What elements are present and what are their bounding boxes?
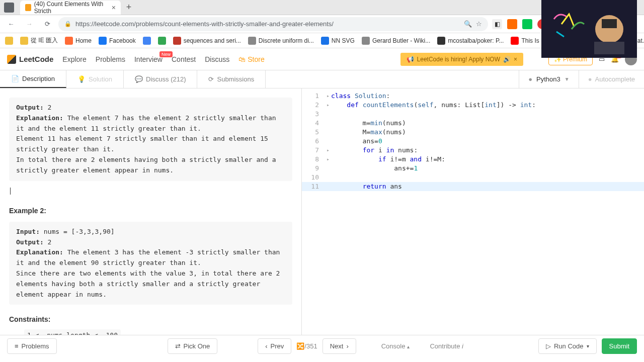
problem-counter: 🔀/351 — [296, 342, 317, 350]
bookmark-item[interactable]: 從 IE 匯入 — [20, 36, 58, 45]
nav-discuss[interactable]: Discuss — [205, 55, 229, 63]
tab-discuss[interactable]: 💬Discuss (212) — [124, 70, 197, 88]
bookmark-item[interactable]: mcostalba/poker: P... — [437, 37, 504, 45]
new-tab-button[interactable]: + — [123, 2, 135, 14]
webcam-overlay — [541, 0, 637, 58]
tab-title: (40) Count Elements With Stricth — [34, 1, 109, 15]
submissions-icon: ⟳ — [208, 75, 214, 83]
pick-one-button[interactable]: ⇄Pick One — [168, 338, 218, 354]
ext-icon-2[interactable] — [507, 19, 517, 29]
bottom-bar: ≡Problems ⇄Pick One ‹Prev 🔀/351 Next› Co… — [0, 335, 644, 357]
nav-explore[interactable]: Explore — [62, 55, 86, 63]
webcam-content — [544, 4, 634, 54]
code-editor-pane[interactable]: 1▸class Solution: 2▸ def countElements(s… — [302, 88, 644, 335]
chevron-left-icon: ‹ — [265, 342, 267, 350]
example1-block: Output: 2 Explanation: The element 7 has… — [9, 98, 292, 181]
main-split: Output: 2 Explanation: The element 7 has… — [0, 88, 644, 335]
leetcode-logo-icon — [7, 55, 16, 64]
back-button[interactable]: ← — [4, 17, 18, 31]
constraints-heading: Constraints: — [9, 314, 292, 325]
megaphone-icon: 📢 — [407, 56, 414, 63]
tab-strip: (40) Count Elements With Stricth × + — [0, 0, 598, 15]
chevron-down-icon: ▾ — [587, 343, 589, 349]
play-icon: ▷ — [546, 342, 551, 350]
constraint-item: 1 <= nums.length <= 100 — [24, 329, 121, 335]
bookmark-item[interactable]: Home — [65, 37, 92, 45]
tab-solution[interactable]: 💡Solution — [66, 70, 124, 88]
text-cursor — [10, 188, 11, 195]
nav-store[interactable]: 🛍Store — [238, 55, 264, 63]
random-icon: 🔀 — [296, 342, 304, 350]
contribute-link[interactable]: Contribute i — [430, 342, 463, 350]
address-bar[interactable]: 🔒 https://leetcode.com/problems/count-el… — [58, 17, 488, 31]
bookmark-item[interactable]: Facebook — [99, 37, 136, 45]
tab-submissions[interactable]: ⟳Submissions — [197, 70, 266, 88]
reload-button[interactable]: ⟳ — [40, 17, 54, 31]
nav-interview[interactable]: InterviewNew — [134, 55, 163, 63]
new-badge: New — [159, 51, 173, 57]
app-menu-icon[interactable] — [4, 3, 14, 13]
bookmark-item[interactable]: NN SVG — [321, 37, 355, 45]
console-toggle[interactable]: Console — [381, 342, 410, 350]
chevron-right-icon: › — [346, 342, 348, 350]
autocomplete-toggle[interactable]: ●Autocomplete — [579, 70, 644, 88]
run-code-button[interactable]: ▷Run Code▾ — [538, 338, 597, 354]
tab-description[interactable]: 📄Description — [0, 70, 66, 88]
bookmark-item[interactable]: Gerard Butler - Wiki... — [362, 37, 430, 45]
prev-button[interactable]: ‹Prev — [258, 338, 291, 354]
lock-icon: 🔒 — [64, 21, 71, 27]
list-icon: ≡ — [15, 342, 19, 350]
problems-button[interactable]: ≡Problems — [7, 338, 57, 354]
hiring-banner[interactable]: 📢 LeetCode is hiring! Apply NOW 🔊 × — [400, 53, 523, 66]
chevron-down-icon: ▼ — [565, 76, 570, 82]
discuss-icon: 💬 — [135, 75, 143, 83]
nav-contest[interactable]: Contest — [172, 55, 196, 63]
svg-rect-2 — [602, 19, 617, 28]
problem-tabs: 📄Description 💡Solution 💬Discuss (212) ⟳S… — [0, 70, 644, 88]
svg-rect-3 — [594, 42, 624, 54]
url-text: https://leetcode.com/problems/count-elem… — [75, 20, 460, 28]
ext-icon-1[interactable]: ◧ — [492, 19, 502, 29]
store-icon: 🛍 — [238, 55, 246, 63]
shuffle-icon: ⇄ — [175, 342, 181, 350]
leetcode-nav: Explore Problems InterviewNew Contest Di… — [62, 55, 264, 63]
forward-button[interactable]: → — [22, 17, 36, 31]
example2-block: Input: nums = [-3,3,3,90] Output: 2 Expl… — [9, 222, 292, 305]
code-editor[interactable]: 1▸class Solution: 2▸ def countElements(s… — [302, 88, 644, 194]
leetcode-favicon-icon — [25, 4, 31, 11]
speaker-icon: 🔊 — [503, 56, 511, 63]
nav-problems[interactable]: Problems — [96, 55, 125, 63]
next-button[interactable]: Next› — [323, 338, 356, 354]
description-icon: 📄 — [11, 75, 19, 82]
zoom-icon[interactable]: 🔍 — [464, 20, 472, 28]
bookmark-item[interactable]: Discrete uniform di... — [248, 37, 314, 45]
example2-heading: Example 2: — [9, 205, 292, 216]
banner-close-icon[interactable]: × — [514, 56, 517, 63]
leetcode-logo[interactable]: LeetCode — [7, 55, 53, 64]
bookmark-item[interactable] — [143, 37, 151, 45]
close-tab-icon[interactable]: × — [112, 4, 116, 12]
submit-button[interactable]: Submit — [602, 338, 637, 354]
ext-icon-3[interactable] — [522, 19, 532, 29]
bookmark-star-icon[interactable]: ☆ — [476, 20, 482, 28]
apps-icon[interactable] — [5, 37, 13, 45]
problem-description-pane[interactable]: Output: 2 Explanation: The element 7 has… — [0, 88, 302, 335]
bookmark-item[interactable] — [158, 37, 166, 45]
bookmark-item[interactable]: sequences and seri... — [173, 37, 241, 45]
browser-tab[interactable]: (40) Count Elements With Stricth × — [20, 1, 121, 15]
constraints-list: 1 <= nums.length <= 100 -105 <= nums[i] … — [9, 329, 292, 335]
language-select[interactable]: ●Python3▼ — [519, 70, 578, 88]
solution-icon: 💡 — [77, 75, 86, 83]
